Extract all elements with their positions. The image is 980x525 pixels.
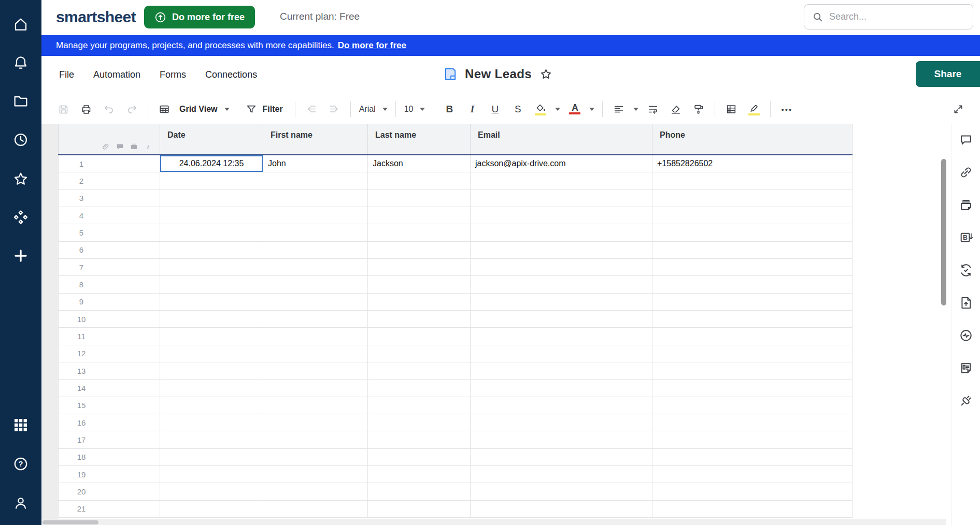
grid-cell[interactable] xyxy=(263,311,368,328)
grid-cell[interactable] xyxy=(263,207,368,224)
format-painter-button[interactable] xyxy=(687,99,710,119)
grid-cell[interactable] xyxy=(652,172,853,189)
grid-cell[interactable] xyxy=(652,190,853,207)
grid-cell[interactable] xyxy=(263,466,368,483)
font-size-select[interactable]: 10 xyxy=(404,105,414,114)
proofs-icon[interactable] xyxy=(959,198,973,212)
grid-cell[interactable] xyxy=(471,466,652,483)
share-button[interactable]: Share xyxy=(916,61,980,87)
row-number[interactable]: 14 xyxy=(58,380,160,397)
grid-cell[interactable] xyxy=(652,431,853,448)
highlighter-button[interactable] xyxy=(743,99,765,119)
grid-cell[interactable] xyxy=(368,294,471,311)
grid-cell[interactable]: jackson@apix-drive.com xyxy=(471,155,652,172)
grid-cell[interactable] xyxy=(368,397,471,414)
grid-cell[interactable] xyxy=(263,414,368,431)
grid-cell[interactable] xyxy=(263,172,368,189)
search-box[interactable] xyxy=(804,4,973,30)
menu-forms[interactable]: Forms xyxy=(160,69,186,80)
grid-cell[interactable] xyxy=(368,449,471,466)
grid-cell[interactable] xyxy=(160,414,263,431)
bold-button[interactable]: B xyxy=(438,99,461,119)
save-button[interactable] xyxy=(52,99,75,119)
row-number[interactable]: 8 xyxy=(58,276,160,293)
row-number[interactable]: 19 xyxy=(58,466,160,483)
view-switcher-button[interactable] xyxy=(153,99,176,119)
grid-cell[interactable] xyxy=(263,345,368,362)
grid-cell[interactable] xyxy=(652,362,853,380)
align-caret-icon[interactable] xyxy=(633,108,638,111)
underline-button[interactable]: U xyxy=(484,99,506,119)
grid-cell[interactable] xyxy=(368,362,471,380)
grid-cell[interactable] xyxy=(471,362,652,380)
grid-cell[interactable] xyxy=(652,259,853,276)
fill-color-button[interactable] xyxy=(529,99,552,119)
row-number[interactable]: 1 xyxy=(58,155,160,172)
grid-cell[interactable] xyxy=(652,207,853,224)
smartsheet-logo[interactable]: smartsheet xyxy=(56,8,136,26)
grid-cell[interactable] xyxy=(160,224,263,241)
comment-icon[interactable] xyxy=(116,142,124,151)
grid-cell[interactable] xyxy=(652,380,853,397)
grid-cell[interactable] xyxy=(368,224,471,241)
menu-connections[interactable]: Connections xyxy=(205,69,257,80)
row-number[interactable]: 6 xyxy=(58,242,160,259)
column-header-first-name[interactable]: First name xyxy=(263,124,368,154)
redo-button[interactable] xyxy=(120,99,143,119)
home-icon[interactable] xyxy=(12,16,29,33)
activity-log-icon[interactable] xyxy=(959,328,973,343)
grid-cell[interactable] xyxy=(368,190,471,207)
grid-cell[interactable] xyxy=(368,276,471,293)
update-requests-icon[interactable] xyxy=(959,263,973,278)
brandfolder-icon[interactable]: B xyxy=(959,230,973,245)
grid-cell[interactable] xyxy=(471,397,652,414)
grid-cell[interactable] xyxy=(160,380,263,397)
row-number[interactable]: 21 xyxy=(58,501,160,518)
favorite-star-icon[interactable] xyxy=(539,68,552,81)
connections-icon[interactable] xyxy=(959,393,973,408)
grid-cell[interactable] xyxy=(160,328,263,345)
font-size-caret-icon[interactable] xyxy=(420,108,425,111)
grid-cell[interactable] xyxy=(471,172,652,189)
grid-cell[interactable] xyxy=(368,483,471,500)
help-icon[interactable]: ? xyxy=(12,456,29,472)
view-caret-icon[interactable] xyxy=(224,108,230,111)
grid-cell[interactable] xyxy=(263,224,368,241)
row-number[interactable]: 9 xyxy=(58,294,160,311)
grid-cell[interactable] xyxy=(160,483,263,500)
create-new-icon[interactable] xyxy=(12,247,29,264)
grid-cell[interactable] xyxy=(368,172,471,189)
column-header-email[interactable]: Email xyxy=(471,124,652,154)
grid-cell[interactable] xyxy=(263,431,368,448)
sheet-summary-icon[interactable] xyxy=(959,361,973,375)
grid-cell[interactable] xyxy=(652,242,853,259)
column-header-last-name[interactable]: Last name xyxy=(368,124,471,154)
info-icon[interactable]: i xyxy=(144,142,152,151)
grid-cell[interactable] xyxy=(263,328,368,345)
notifications-icon[interactable] xyxy=(12,54,29,71)
grid-cell[interactable] xyxy=(263,449,368,466)
grid-cell[interactable] xyxy=(471,294,652,311)
apps-icon[interactable] xyxy=(12,417,29,433)
grid-cell[interactable] xyxy=(160,311,263,328)
grid-cell[interactable] xyxy=(471,328,652,345)
recents-icon[interactable] xyxy=(12,132,29,148)
grid-cell[interactable]: John xyxy=(263,155,368,172)
grid-cell[interactable] xyxy=(368,345,471,362)
grid-cell[interactable] xyxy=(652,276,853,293)
grid-cell[interactable] xyxy=(652,449,853,466)
row-number[interactable]: 7 xyxy=(58,259,160,276)
row-number-header[interactable]: i xyxy=(58,124,160,154)
grid-cell[interactable] xyxy=(471,449,652,466)
strikethrough-button[interactable]: S xyxy=(506,99,529,119)
row-number[interactable]: 10 xyxy=(58,311,160,328)
grid-cell[interactable] xyxy=(160,242,263,259)
grid-cell[interactable] xyxy=(160,501,263,518)
favorites-icon[interactable] xyxy=(12,171,29,187)
grid-cell[interactable] xyxy=(263,242,368,259)
grid-cell[interactable] xyxy=(263,190,368,207)
row-number[interactable]: 18 xyxy=(58,449,160,466)
grid-cell[interactable] xyxy=(471,259,652,276)
grid-cell[interactable] xyxy=(368,431,471,448)
grid-cell[interactable] xyxy=(368,207,471,224)
